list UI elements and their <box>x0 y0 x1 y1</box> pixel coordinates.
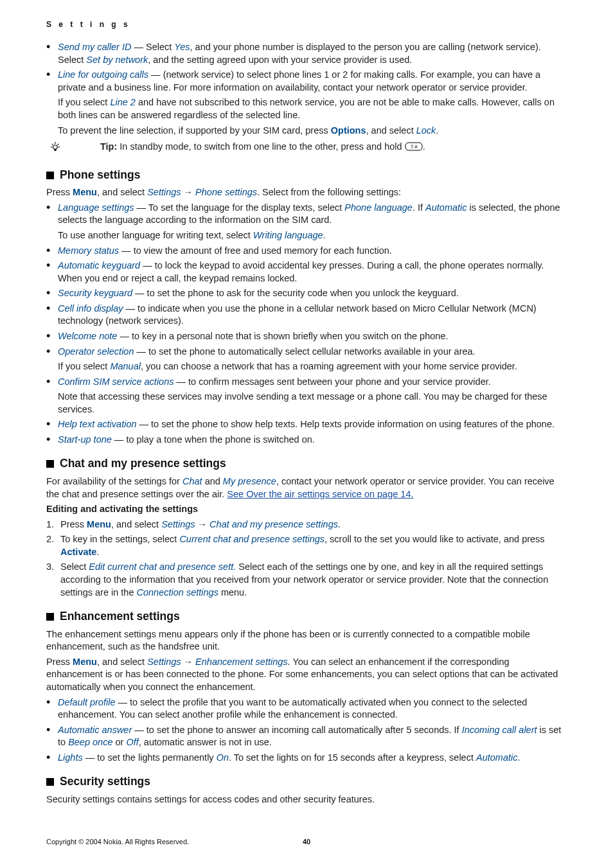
emph: Help text activation <box>58 419 137 429</box>
text: , you can choose a network that has a ro… <box>141 361 517 371</box>
list-item: Welcome note — to key in a personal note… <box>46 330 567 343</box>
emph: Automatic <box>425 202 466 213</box>
emph: Set by network <box>86 55 148 65</box>
list-item: Language settings — To set the language … <box>46 202 567 242</box>
emph: Yes <box>174 42 190 52</box>
text: , and select <box>97 657 147 667</box>
emph: Operator selection <box>58 346 134 357</box>
text: , and select <box>111 519 161 529</box>
emph: Send my caller ID <box>58 42 131 52</box>
section-header-chat: Chat and my presence settings <box>46 456 567 472</box>
enhancement-list: Default profile — to select the profile … <box>46 696 567 765</box>
text: — to confirm messages sent between your … <box>174 376 491 387</box>
emph: Line 2 <box>110 97 136 107</box>
emph: Settings <box>161 519 195 529</box>
text: . To set the lights on for 15 seconds af… <box>229 752 476 763</box>
sub-para: To use another language for writing text… <box>58 229 567 242</box>
emph: Chat and my presence settings <box>209 519 338 529</box>
emph: Start-up tone <box>58 434 112 445</box>
list-item: Memory status — to view the amount of fr… <box>46 245 567 258</box>
para: Press Menu, and select Settings → Enhanc… <box>46 656 567 694</box>
svg-text:⇧#: ⇧# <box>410 144 418 150</box>
emph: Line for outgoing calls <box>58 69 148 80</box>
svg-point-0 <box>53 145 57 149</box>
emph: Beep once <box>68 737 112 747</box>
text: — To set the language for the display te… <box>134 202 345 213</box>
text: . <box>517 752 520 763</box>
text: . Select from the following settings: <box>257 187 401 197</box>
section-header-security: Security settings <box>46 774 567 790</box>
list-item: Default profile — to select the profile … <box>46 696 567 722</box>
emph: Enhancement settings <box>195 657 287 667</box>
emph: Chat <box>182 476 202 486</box>
text: To key in the settings, select <box>60 534 179 544</box>
list-item: Cell info display — to indicate when you… <box>46 303 567 328</box>
emph: Phone settings <box>195 187 257 197</box>
list-item: Send my caller ID — Select Yes, and your… <box>46 41 567 66</box>
svg-rect-1 <box>54 149 56 151</box>
section-title: Phone settings <box>60 168 140 183</box>
text: . <box>323 230 326 240</box>
text: , and select <box>97 187 147 197</box>
tip-label: Tip: <box>100 141 117 152</box>
text: — to set the phone to automatically sele… <box>134 346 475 357</box>
section-header-phone-settings: Phone settings <box>46 168 567 183</box>
list-item: Lights — to set the lights permanently O… <box>46 752 567 765</box>
option-label: Menu <box>73 187 97 197</box>
emph: Automatic keyguard <box>58 260 140 270</box>
option-label: Menu <box>73 657 97 667</box>
text: In standby mode, to switch from one line… <box>117 141 404 152</box>
text: . <box>423 141 425 152</box>
list-item: Line for outgoing calls — (network servi… <box>46 69 567 137</box>
square-mark-icon <box>46 613 54 621</box>
text: Select <box>60 562 89 572</box>
cross-reference-link[interactable]: See Over the air settings service on pag… <box>227 489 413 499</box>
text: — Select <box>131 42 174 52</box>
emph: Confirm SIM service actions <box>58 376 174 387</box>
text: , and select <box>366 125 416 136</box>
page-footer: Copyright © 2004 Nokia. All Rights Reser… <box>46 837 567 847</box>
emph: Cell info display <box>58 303 123 314</box>
emph: Memory status <box>58 245 119 256</box>
para: Security settings contains settings for … <box>46 793 567 806</box>
ordered-steps: Press Menu, and select Settings → Chat a… <box>46 518 567 599</box>
para: The enhancement settings menu appears on… <box>46 628 567 653</box>
intro-bullet-list: Send my caller ID — Select Yes, and your… <box>46 41 567 137</box>
list-item: Automatic answer — to set the phone to a… <box>46 724 567 749</box>
lightbulb-icon <box>49 141 62 157</box>
para: For availability of the settings for Cha… <box>46 475 567 500</box>
section-title: Chat and my presence settings <box>60 456 226 472</box>
emph: Security keyguard <box>58 288 132 298</box>
list-item: To key in the settings, select Current c… <box>46 533 567 558</box>
list-item: Security keyguard — to set the phone to … <box>46 287 567 300</box>
text: If you select <box>58 97 110 107</box>
text: — to key in a personal note that is show… <box>117 331 448 341</box>
text: Press <box>46 187 73 197</box>
sub-para: To prevent the line selection, if suppor… <box>58 125 567 137</box>
emph: Incoming call alert <box>462 725 537 735</box>
text: Press <box>60 519 87 529</box>
emph: Automatic answer <box>58 725 132 735</box>
text: — to set the lights permanently <box>83 752 217 763</box>
text: To use another language for writing text… <box>58 230 253 240</box>
section-title: Security settings <box>60 774 150 790</box>
emph: Default profile <box>58 697 115 707</box>
emph: Off <box>126 737 138 747</box>
square-mark-icon <box>46 172 54 179</box>
hash-key-icon: ⇧# <box>405 141 423 152</box>
text: — to set the phone to answer an incoming… <box>132 725 461 735</box>
svg-line-6 <box>58 144 59 145</box>
emph: Settings <box>147 657 181 667</box>
text: Press <box>46 657 73 667</box>
text: menu. <box>218 587 247 598</box>
text: — to select the profile that you want to… <box>58 697 527 720</box>
emph: Writing language <box>253 230 323 240</box>
para: Press Menu, and select Settings → Phone … <box>46 186 567 199</box>
page-number: 40 <box>303 838 310 846</box>
text: For availability of the settings for <box>46 476 182 486</box>
emph: Lights <box>58 752 83 763</box>
emph: Manual <box>110 361 141 371</box>
copyright-text: Copyright © 2004 Nokia. All Rights Reser… <box>46 837 189 847</box>
text: . <box>96 547 99 557</box>
emph: Connection settings <box>137 587 218 598</box>
